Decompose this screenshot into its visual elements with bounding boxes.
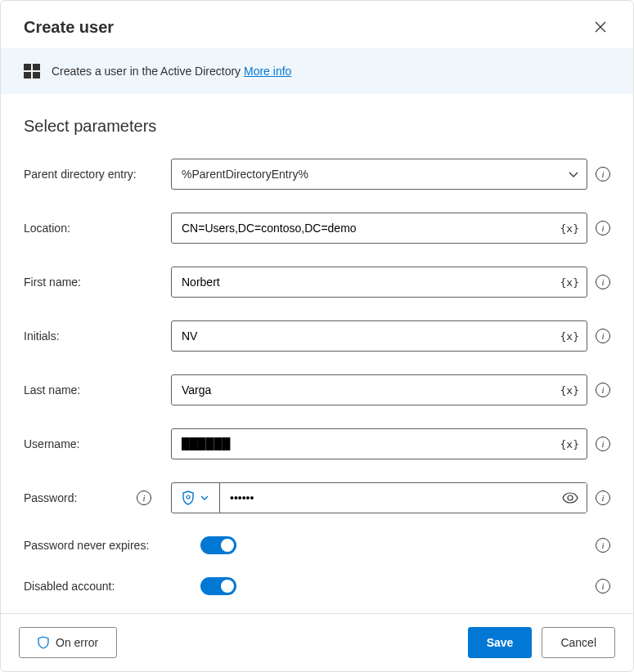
dialog-footer: On error Save Cancel bbox=[1, 613, 633, 671]
location-input[interactable] bbox=[171, 213, 587, 244]
first-name-input[interactable] bbox=[171, 267, 587, 298]
username-row: Username: {x} i bbox=[24, 428, 610, 459]
parent-directory-select[interactable]: %ParentDirectoryEntry% bbox=[171, 159, 587, 190]
info-banner: Creates a user in the Active Directory M… bbox=[1, 48, 633, 94]
svg-rect-2 bbox=[24, 72, 31, 78]
svg-rect-1 bbox=[33, 64, 40, 70]
never-expires-help-icon[interactable]: i bbox=[596, 538, 610, 553]
dialog-body: Select parameters Parent directory entry… bbox=[1, 94, 633, 613]
svg-point-4 bbox=[187, 495, 190, 499]
parent-help-icon[interactable]: i bbox=[596, 167, 610, 181]
username-label: Username: bbox=[24, 437, 171, 450]
password-help-icon[interactable]: i bbox=[596, 491, 610, 505]
chevron-down-icon bbox=[200, 493, 209, 503]
never-expires-label: Password never expires: bbox=[24, 539, 171, 552]
initials-label: Initials: bbox=[24, 329, 171, 343]
last-name-help-icon[interactable]: i bbox=[596, 383, 610, 397]
first-name-help-icon[interactable]: i bbox=[596, 275, 610, 289]
banner-text: Creates a user in the Active Directory M… bbox=[52, 65, 291, 78]
password-mode-button[interactable] bbox=[172, 483, 220, 513]
create-user-dialog: Create user Creates a user in the Active… bbox=[0, 0, 634, 672]
svg-point-5 bbox=[568, 495, 573, 500]
location-help-icon[interactable]: i bbox=[596, 221, 610, 235]
cancel-button[interactable]: Cancel bbox=[542, 627, 615, 658]
password-label: Password: bbox=[24, 491, 77, 504]
disabled-account-row: Disabled account: i bbox=[24, 577, 610, 595]
last-name-input[interactable] bbox=[171, 374, 587, 405]
svg-rect-0 bbox=[24, 64, 31, 70]
location-label: Location: bbox=[24, 222, 171, 235]
save-button[interactable]: Save bbox=[468, 627, 533, 658]
on-error-button[interactable]: On error bbox=[19, 627, 117, 658]
windows-icon bbox=[24, 63, 40, 79]
svg-rect-3 bbox=[33, 72, 40, 78]
username-input[interactable] bbox=[171, 428, 587, 459]
variable-picker-icon[interactable]: {x} bbox=[560, 438, 579, 450]
variable-picker-icon[interactable]: {x} bbox=[560, 276, 579, 289]
section-title: Select parameters bbox=[24, 117, 610, 136]
shield-outline-icon bbox=[38, 636, 49, 649]
first-name-row: First name: {x} i bbox=[24, 267, 610, 298]
disabled-account-label: Disabled account: bbox=[24, 580, 171, 593]
disabled-account-help-icon[interactable]: i bbox=[596, 579, 610, 594]
dialog-title: Create user bbox=[24, 18, 114, 37]
close-icon bbox=[594, 20, 607, 34]
more-info-link[interactable]: More info bbox=[244, 65, 291, 78]
location-row: Location: {x} i bbox=[24, 213, 610, 244]
shield-icon bbox=[182, 491, 195, 505]
show-password-icon[interactable] bbox=[562, 492, 578, 504]
initials-input[interactable] bbox=[171, 320, 587, 352]
variable-picker-icon[interactable]: {x} bbox=[560, 222, 579, 235]
first-name-label: First name: bbox=[24, 276, 171, 289]
password-row: Password: i i bbox=[24, 482, 610, 513]
initials-help-icon[interactable]: i bbox=[596, 329, 610, 343]
variable-picker-icon[interactable]: {x} bbox=[560, 384, 579, 396]
never-expires-row: Password never expires: i bbox=[24, 536, 610, 554]
disabled-account-toggle[interactable] bbox=[200, 577, 236, 595]
password-input[interactable] bbox=[220, 483, 587, 513]
last-name-row: Last name: {x} i bbox=[24, 374, 610, 405]
last-name-label: Last name: bbox=[24, 383, 171, 396]
never-expires-toggle[interactable] bbox=[200, 536, 236, 554]
variable-picker-icon[interactable]: {x} bbox=[560, 330, 579, 343]
username-help-icon[interactable]: i bbox=[596, 437, 610, 451]
close-button[interactable] bbox=[591, 17, 610, 37]
parent-row: Parent directory entry: %ParentDirectory… bbox=[24, 159, 610, 190]
initials-row: Initials: {x} i bbox=[24, 320, 610, 352]
parent-label: Parent directory entry: bbox=[24, 168, 171, 181]
dialog-header: Create user bbox=[1, 1, 633, 48]
password-label-help-icon[interactable]: i bbox=[137, 491, 151, 505]
